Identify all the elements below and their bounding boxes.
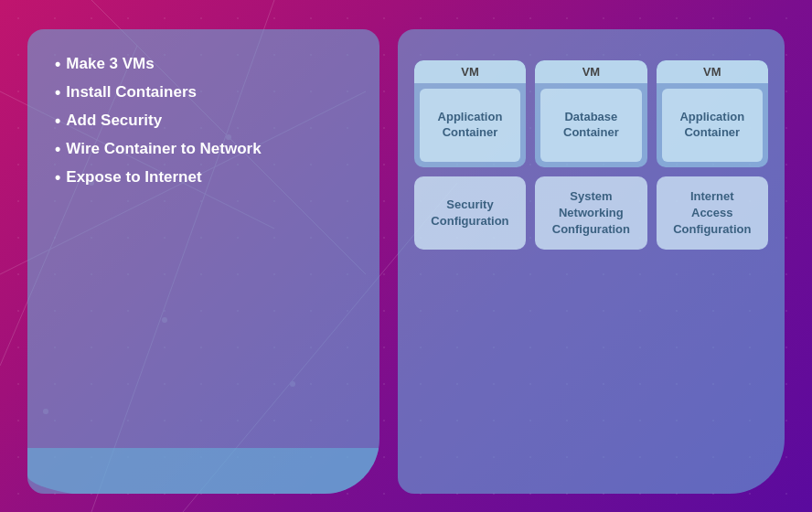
config-label: Internet Access Configuration: [673, 188, 751, 239]
orchestrated-panel: VMApplication ContainerVMDatabase Contai…: [398, 18, 785, 494]
vm-card: VMApplication Container: [657, 60, 768, 167]
bullet-item: Install Containers: [55, 83, 352, 102]
container-label: Application Container: [438, 110, 503, 141]
main-container: Make 3 VMsInstall ContainersAdd Security…: [0, 0, 812, 512]
bullet-item: Make 3 VMs: [55, 55, 352, 74]
bullet-item: Wire Container to Network: [55, 140, 352, 159]
config-card: System Networking Configuration: [535, 176, 646, 250]
config-grid: Security ConfigurationSystem Networking …: [414, 176, 768, 250]
vm-label: VM: [535, 60, 646, 83]
bullet-item: Add Security: [55, 112, 352, 131]
container-label: Database Container: [563, 110, 619, 141]
vm-card: VMDatabase Container: [535, 60, 646, 167]
vm-grid: VMApplication ContainerVMDatabase Contai…: [414, 60, 768, 167]
scripted-card: Make 3 VMsInstall ContainersAdd Security…: [27, 29, 379, 494]
config-card: Internet Access Configuration: [657, 176, 768, 250]
container-box: Application Container: [420, 89, 520, 162]
vm-label: VM: [657, 60, 768, 83]
bullet-list: Make 3 VMsInstall ContainersAdd Security…: [55, 55, 352, 187]
vm-label: VM: [414, 60, 526, 83]
vm-card: VMApplication Container: [414, 60, 526, 167]
config-card: Security Configuration: [414, 176, 526, 250]
scripted-panel: Make 3 VMsInstall ContainersAdd Security…: [27, 18, 379, 494]
container-box: Database Container: [540, 89, 641, 162]
config-label: Security Configuration: [431, 197, 508, 229]
orchestrated-card: VMApplication ContainerVMDatabase Contai…: [398, 29, 785, 494]
bullet-item: Expose to Internet: [55, 168, 352, 187]
container-box: Application Container: [662, 89, 763, 162]
config-label: System Networking Configuration: [552, 188, 630, 239]
container-label: Application Container: [679, 110, 744, 141]
